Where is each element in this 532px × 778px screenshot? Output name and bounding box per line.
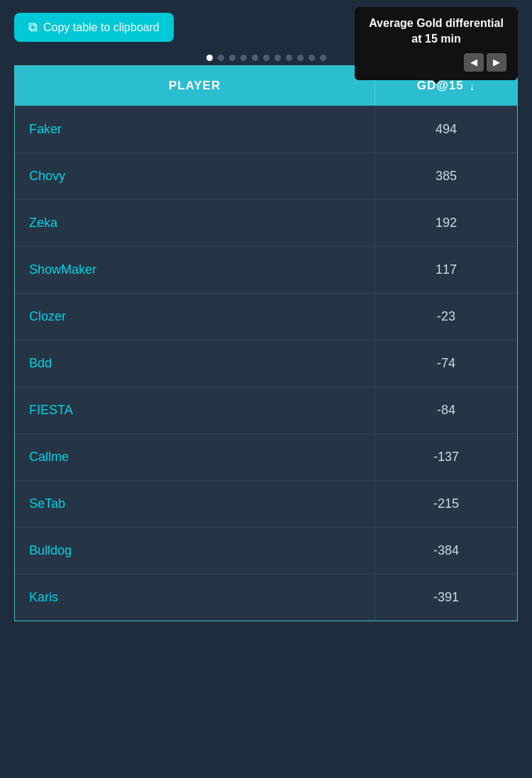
player-cell: FIESTA: [15, 387, 375, 433]
dot-4[interactable]: [252, 55, 258, 61]
data-table: PLAYER GD@15 ↓ Faker 494 Chovy 385 Zeka …: [14, 65, 518, 621]
dot-7[interactable]: [286, 55, 292, 61]
dot-2[interactable]: [229, 55, 235, 61]
tooltip-box: Average Gold differential at 15 min ◀ ▶: [355, 7, 518, 80]
dot-6[interactable]: [275, 55, 281, 61]
gd-cell: -391: [375, 574, 517, 621]
column-header-player: PLAYER: [15, 66, 375, 106]
player-cell: Chovy: [15, 153, 375, 199]
gd-cell: -215: [375, 481, 517, 527]
gd-cell: 494: [375, 106, 517, 152]
dot-0[interactable]: [206, 55, 213, 61]
table-row: Clozer -23: [15, 293, 517, 340]
player-cell: SeTab: [15, 481, 375, 527]
table-row: Karis -391: [15, 574, 517, 621]
table-row: Chovy 385: [15, 152, 517, 199]
gd-cell: -74: [375, 340, 517, 387]
prev-arrow-icon: ◀: [470, 57, 477, 67]
table-row: Bdd -74: [15, 340, 517, 387]
gd-cell: -23: [375, 294, 517, 340]
table-row: Callme -137: [15, 433, 517, 480]
player-cell: Bdd: [15, 340, 375, 387]
dot-1[interactable]: [218, 55, 224, 61]
table-row: Zeka 192: [15, 199, 517, 246]
dot-9[interactable]: [309, 55, 315, 61]
gd-cell: -384: [375, 528, 517, 574]
player-cell: Callme: [15, 434, 375, 480]
dot-8[interactable]: [297, 55, 304, 61]
tooltip-text: Average Gold differential at 15 min: [366, 16, 506, 48]
player-cell: Zeka: [15, 200, 375, 246]
gd-cell: 385: [375, 153, 517, 199]
gd-cell: 192: [375, 200, 517, 246]
copy-table-button[interactable]: ⧉ Copy table to clipboard: [14, 13, 174, 42]
player-cell: ShowMaker: [15, 247, 375, 293]
player-cell: Faker: [15, 106, 375, 152]
player-cell: Bulldog: [15, 528, 375, 574]
tooltip-prev-button[interactable]: ◀: [464, 53, 484, 72]
sort-icon: ↓: [470, 80, 476, 92]
player-cell: Clozer: [15, 294, 375, 340]
table-body: Faker 494 Chovy 385 Zeka 192 ShowMaker 1…: [15, 106, 517, 621]
copy-icon: ⧉: [28, 20, 38, 35]
next-arrow-icon: ▶: [493, 57, 500, 67]
player-cell: Karis: [15, 574, 375, 621]
copy-button-label: Copy table to clipboard: [43, 21, 160, 34]
tooltip-next-button[interactable]: ▶: [487, 53, 506, 72]
dot-5[interactable]: [263, 55, 270, 61]
gd-cell: -137: [375, 434, 517, 480]
table-row: SeTab -215: [15, 480, 517, 527]
top-bar: ⧉ Copy table to clipboard Average Gold d…: [0, 0, 532, 49]
table-row: FIESTA -84: [15, 387, 517, 433]
gd-cell: -84: [375, 387, 517, 433]
dot-3[interactable]: [240, 55, 247, 61]
table-row: Faker 494: [15, 106, 517, 152]
dot-10[interactable]: [320, 55, 326, 61]
table-row: ShowMaker 117: [15, 246, 517, 293]
table-row: Bulldog -384: [15, 527, 517, 574]
gd-cell: 117: [375, 247, 517, 293]
